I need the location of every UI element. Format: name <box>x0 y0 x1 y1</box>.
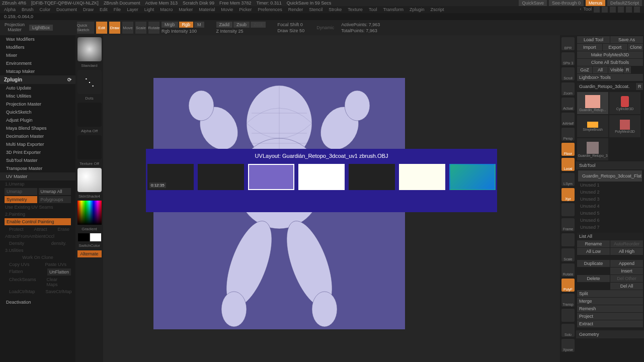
polyf-button[interactable]: PolyF <box>561 279 575 292</box>
checkseams[interactable]: CheckSeams <box>4 276 41 288</box>
polygroups-button[interactable]: Polygroups <box>39 196 71 203</box>
list-all[interactable]: List All <box>577 233 643 240</box>
menu-transform[interactable]: Transform <box>383 7 404 12</box>
bpr-button[interactable]: BPR <box>561 37 575 50</box>
flatten[interactable]: Flatten <box>4 268 28 276</box>
lp-mixer[interactable]: Mixer <box>0 51 75 59</box>
tool-thumb-4[interactable]: Guardin_Retopo_3 <box>577 138 608 160</box>
menu-zplugin[interactable]: Zplugin <box>410 7 425 12</box>
deactivation[interactable]: Deactivation <box>0 298 75 306</box>
export-button[interactable]: Export <box>603 44 628 51</box>
alt-tab-thumb-1[interactable] <box>198 164 244 190</box>
insert-button[interactable]: Insert <box>610 267 643 275</box>
lp-environment[interactable]: Environment <box>0 59 75 67</box>
load-tool-button[interactable]: Load Tool <box>577 36 610 43</box>
clone-all-button[interactable]: Clone All SubTools <box>577 59 643 66</box>
split-section[interactable]: Split <box>577 290 643 297</box>
move-xyz-button[interactable] <box>561 233 575 246</box>
alternate-button[interactable]: Alternate <box>77 250 102 257</box>
menu-stroke[interactable]: Stroke <box>329 7 342 12</box>
mrgb-button[interactable]: Mrgb <box>162 22 178 28</box>
tool-collapse-chevron[interactable]: ‹ <box>580 7 581 13</box>
alpha-off[interactable] <box>77 103 102 127</box>
geometry-header[interactable]: Geometry <box>576 330 644 338</box>
unwrap-all-button[interactable]: Unwrap All <box>39 188 71 195</box>
subtool-slot-2[interactable]: Unused 2 <box>578 189 642 196</box>
menu-picker[interactable]: Picker <box>239 7 252 12</box>
menu-layer[interactable]: Layer <box>127 7 138 12</box>
menu-zscript[interactable]: Zscript <box>431 7 444 12</box>
erase-button[interactable]: Erase <box>53 226 75 233</box>
color-black[interactable] <box>78 233 89 241</box>
menu-edit[interactable]: Edit <box>100 7 108 12</box>
menu-render[interactable]: Render <box>288 7 303 12</box>
lp-uvmaster[interactable]: UV Master <box>0 172 75 180</box>
enable-control-painting[interactable]: Enable Control Painting <box>5 218 71 225</box>
subtool-slot-3[interactable]: Unused 3 <box>578 196 642 203</box>
switch-colors[interactable] <box>78 233 101 241</box>
savectrl[interactable]: SaveCtrlMap <box>41 288 75 295</box>
seethrough-button[interactable]: See-through 0 <box>549 0 584 6</box>
subtool-slot-4[interactable]: Unused 4 <box>578 203 642 210</box>
alt-tab-thumb-3[interactable] <box>298 164 345 190</box>
xpose-button[interactable]: Xpose <box>561 339 575 352</box>
merge-section[interactable]: Merge <box>577 298 643 305</box>
local-button[interactable]: Local <box>561 158 575 171</box>
loadctrl[interactable]: LoadCtrlMap <box>4 288 40 295</box>
symmetry-button[interactable]: Symmetry <box>5 196 37 203</box>
lsym-button[interactable]: LSym <box>561 173 575 186</box>
solo-button[interactable]: Solo <box>561 324 575 337</box>
color-picker[interactable] <box>77 201 102 225</box>
lp-autoupdate[interactable]: Auto Update <box>0 84 75 92</box>
import-button[interactable]: Import <box>577 44 602 51</box>
lp-modifiers[interactable]: Modifiers <box>0 43 75 51</box>
ui-icon-6[interactable] <box>634 7 640 13</box>
ambient-occl[interactable]: AttractFromAmbientOccl <box>0 233 75 240</box>
alt-tab-thumb-0[interactable]: 0:12:35 <box>147 164 194 190</box>
paste-uvs[interactable]: Paste UVs <box>40 261 71 268</box>
lp-3dprint[interactable]: 3D Print Exporter <box>0 148 75 156</box>
current-tool-name[interactable]: Guardin_Retopo_3dcoat. <box>577 83 635 90</box>
tool-thumb-0[interactable]: Guardin_Retop... <box>577 92 608 114</box>
goz-button[interactable]: GoZ <box>577 66 592 73</box>
lp-misc[interactable]: Misc Utilities <box>0 92 75 100</box>
density-label[interactable]: Density <box>4 240 29 247</box>
actual-button[interactable]: Actual <box>561 98 575 111</box>
lp-subtool[interactable]: SubTool Master <box>0 156 75 164</box>
autoreorder-button[interactable]: AutoReorder <box>610 240 643 247</box>
protect-button[interactable]: Protect <box>4 226 29 233</box>
texture-off[interactable] <box>77 135 102 159</box>
r2-button[interactable]: R <box>636 83 643 90</box>
make-polymesh-button[interactable]: Make PolyMesh3D <box>577 51 643 58</box>
rgb-intensity[interactable]: Rgb Intensity 100 <box>162 29 204 34</box>
visible-button[interactable]: Visible <box>608 66 623 73</box>
menu-movie[interactable]: Movie <box>221 7 233 12</box>
projection-master-button[interactable]: Projection Master <box>2 23 27 33</box>
subtool-slot-6[interactable]: Unused 6 <box>578 217 642 224</box>
scroll-button[interactable]: Scroll <box>561 67 575 80</box>
material-skinshade[interactable] <box>77 168 102 192</box>
lp-projection[interactable]: Projection Master <box>0 100 75 108</box>
subtool-active[interactable]: Guardin_Retopo_3dcoat_Flat <box>578 170 642 182</box>
all-button[interactable]: All <box>593 66 608 73</box>
ui-icon-4[interactable] <box>618 7 624 13</box>
stroke-dots[interactable]: ⋱ <box>77 70 102 94</box>
subtool-slot-7[interactable]: Unused 7 <box>578 224 642 231</box>
tool-thumb-1[interactable]: Cylinder3D <box>609 92 640 114</box>
lp-matcap[interactable]: Matcap Maker <box>0 67 75 75</box>
persp-button[interactable]: Persp <box>561 128 575 141</box>
z-intensity[interactable]: Z Intensity 25 <box>216 29 266 34</box>
alt-tab-thumb-2[interactable] <box>248 164 294 190</box>
tool-tab[interactable]: Tool <box>583 7 592 13</box>
brush-standard[interactable] <box>77 37 102 61</box>
quicksave-button[interactable]: QuickSave <box>519 0 547 6</box>
unflatten[interactable]: UnFlatten <box>47 268 71 276</box>
rgb-button[interactable]: Rgb <box>179 22 194 28</box>
menu-macro[interactable]: Macro <box>160 7 173 12</box>
menu-brush[interactable]: Brush <box>22 7 34 12</box>
del-all-button[interactable]: Del All <box>610 283 643 290</box>
zcut-button[interactable]: Zcut <box>251 22 266 28</box>
edit-button[interactable]: Edit <box>96 22 107 34</box>
lp-decimation[interactable]: Decimation Master <box>0 132 75 140</box>
m-button[interactable]: M <box>194 22 204 28</box>
